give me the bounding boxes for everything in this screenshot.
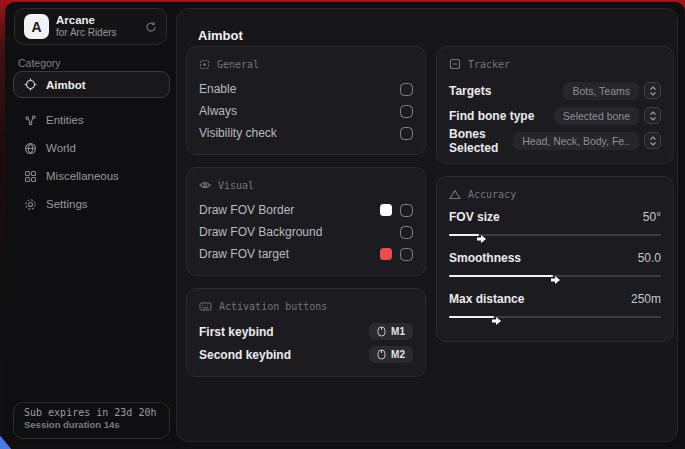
setting-label: Smoothness — [449, 251, 638, 265]
accuracy-card: Accuracy FOV size 50° — [436, 176, 674, 342]
setting-label: FOV size — [449, 210, 643, 224]
find-bone-type-dropdown[interactable]: Selected bone — [554, 107, 661, 125]
chevron-updown-icon — [644, 107, 661, 124]
dropdown-value: Bots, Teams — [563, 82, 639, 100]
grid-icon — [24, 170, 37, 183]
slider-thumb[interactable] — [477, 230, 487, 240]
setting-row-smoothness: Smoothness 50.0 — [449, 249, 661, 282]
visibility-check-checkbox[interactable] — [400, 127, 413, 140]
setting-row-always: Always — [199, 100, 413, 122]
setting-row-fov-target: Draw FOV target — [199, 243, 413, 265]
sidebar-item-label: World — [46, 142, 76, 154]
sidebar-item-miscellaneous[interactable]: Miscellaneous — [13, 162, 170, 190]
keybind-value: M1 — [391, 326, 405, 337]
fov-target-checkbox[interactable] — [400, 248, 413, 261]
session-duration-text: Session duration 14s — [24, 419, 159, 430]
fov-border-checkbox[interactable] — [400, 204, 413, 217]
sidebar-item-world[interactable]: World — [13, 134, 170, 162]
app-window: A Arcane for Arc Riders Category Aimbot — [5, 2, 685, 445]
subscription-info: Sub expires in 23d 20h Session duration … — [13, 402, 170, 439]
setting-row-targets: Targets Bots, Teams — [449, 78, 661, 103]
sidebar-item-entities[interactable]: Entities — [13, 106, 170, 134]
targets-dropdown[interactable]: Bots, Teams — [563, 82, 661, 100]
chevron-updown-icon — [644, 82, 661, 99]
fov-size-value: 50° — [643, 210, 661, 224]
second-keybind-button[interactable]: M2 — [369, 346, 413, 363]
chevron-updown-icon — [644, 132, 661, 149]
slider-thumb[interactable] — [492, 312, 502, 322]
max-distance-value: 250m — [631, 292, 661, 306]
always-checkbox[interactable] — [400, 105, 413, 118]
sidebar-nav: Aimbot Entities World — [5, 71, 176, 218]
eye-icon — [199, 179, 211, 191]
card-title: Accuracy — [468, 189, 516, 200]
setting-row-fov-size: FOV size 50° — [449, 208, 661, 241]
first-keybind-button[interactable]: M1 — [369, 323, 413, 340]
slider-thumb[interactable] — [551, 271, 561, 281]
sidebar-item-label: Aimbot — [46, 79, 86, 91]
setting-row-first-keybind: First keybind M1 — [199, 320, 413, 343]
sidebar-item-label: Settings — [46, 198, 88, 210]
square-minus-icon — [449, 58, 461, 70]
setting-row-find-bone-type: Find bone type Selected bone — [449, 103, 661, 128]
setting-row-second-keybind: Second keybind M2 — [199, 343, 413, 366]
page-title: Aimbot — [198, 28, 243, 43]
setting-label: Draw FOV Border — [199, 203, 380, 217]
max-distance-slider[interactable] — [449, 310, 661, 323]
setting-label: Max distance — [449, 292, 631, 306]
mouse-icon — [377, 326, 386, 337]
left-column: General Enable Always Visibility check — [186, 46, 426, 389]
sub-expiry-text: Sub expires in 23d 20h — [24, 407, 159, 418]
setting-row-bones-selected: Bones Selected Head, Neck, Body, Fe.. — [449, 128, 661, 153]
setting-label: Visibility check — [199, 126, 400, 140]
brand-subtitle: for Arc Riders — [56, 27, 117, 39]
sidebar-item-settings[interactable]: Settings — [13, 190, 170, 218]
setting-label: Always — [199, 104, 400, 118]
category-label: Category — [18, 57, 61, 69]
card-title: Visual — [218, 180, 254, 191]
fov-border-color-swatch[interactable] — [380, 204, 392, 216]
refresh-icon[interactable] — [145, 21, 157, 33]
brand-name: Arcane — [56, 14, 117, 27]
globe-icon — [24, 142, 37, 155]
dropdown-value: Selected bone — [554, 107, 639, 125]
fov-size-slider[interactable] — [449, 228, 661, 241]
setting-label: Targets — [449, 84, 563, 98]
setting-row-fov-border: Draw FOV Border — [199, 199, 413, 221]
tracker-card: Tracker Targets Bots, Teams Find bone — [436, 46, 674, 164]
card-title: General — [217, 59, 259, 70]
gear-icon — [24, 198, 37, 211]
sidebar-item-aimbot[interactable]: Aimbot — [13, 71, 170, 98]
card-title: Tracker — [468, 59, 510, 70]
smoothness-slider[interactable] — [449, 269, 661, 282]
sidebar-item-label: Miscellaneous — [46, 170, 119, 182]
general-card: General Enable Always Visibility check — [186, 46, 426, 155]
enable-checkbox[interactable] — [400, 83, 413, 96]
triangle-icon — [449, 189, 461, 200]
setting-row-fov-background: Draw FOV Background — [199, 221, 413, 243]
visual-card: Visual Draw FOV Border Draw FOV Backgrou… — [186, 167, 426, 276]
card-title: Activation buttons — [219, 301, 327, 312]
fov-target-color-swatch[interactable] — [380, 248, 392, 260]
setting-row-enable: Enable — [199, 78, 413, 100]
mouse-icon — [377, 349, 386, 360]
crosshair-icon — [24, 78, 37, 91]
brand-logo: A — [24, 14, 49, 39]
general-grid-icon — [199, 59, 210, 70]
setting-label: First keybind — [199, 325, 369, 339]
setting-label: Draw FOV target — [199, 247, 380, 261]
keybind-value: M2 — [391, 349, 405, 360]
setting-label: Draw FOV Background — [199, 225, 400, 239]
fov-background-checkbox[interactable] — [400, 226, 413, 239]
right-column: Tracker Targets Bots, Teams Find bone — [436, 46, 674, 354]
setting-label: Bones Selected — [449, 127, 513, 155]
brand-card: A Arcane for Arc Riders — [14, 8, 167, 45]
main-panel: Aimbot General Enable Always — [176, 8, 678, 442]
setting-label: Find bone type — [449, 109, 554, 123]
sidebar-item-label: Entities — [46, 114, 84, 126]
setting-row-max-distance: Max distance 250m — [449, 290, 661, 323]
setting-row-visibility-check: Visibility check — [199, 122, 413, 144]
activation-buttons-card: Activation buttons First keybind M1 S — [186, 288, 426, 377]
bones-selected-dropdown[interactable]: Head, Neck, Body, Fe.. — [513, 132, 661, 150]
entities-icon — [24, 114, 37, 127]
